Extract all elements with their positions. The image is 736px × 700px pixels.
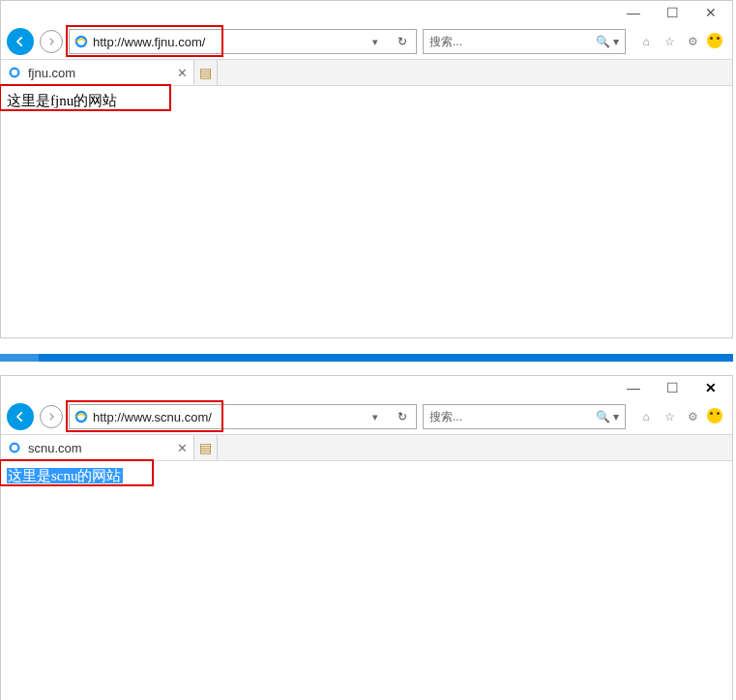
back-button[interactable]: [7, 28, 34, 55]
right-icons: ⌂ ☆ ⚙: [637, 408, 722, 425]
arrow-right-icon: [46, 412, 56, 422]
page-text: 这里是fjnu的网站: [7, 93, 117, 108]
svg-point-1: [11, 69, 19, 77]
page-content: 这里是fjnu的网站: [1, 86, 732, 116]
feedback-icon[interactable]: [707, 408, 722, 423]
address-text[interactable]: http://www.scnu.com/: [93, 410, 358, 424]
page-content: 这里是scnu的网站: [1, 461, 732, 491]
minimize-button[interactable]: —: [624, 378, 643, 397]
right-icons: ⌂ ☆ ⚙: [637, 33, 722, 50]
tab-scnu[interactable]: scnu.com ✕: [1, 435, 194, 460]
address-dropdown[interactable]: ▾: [362, 411, 389, 423]
home-icon[interactable]: ⌂: [637, 33, 655, 50]
ie-icon: [7, 65, 22, 80]
close-button[interactable]: ✕: [701, 3, 721, 22]
address-bar[interactable]: http://www.fjnu.com/ ▾ ↻: [69, 29, 417, 54]
search-icon[interactable]: 🔍: [596, 35, 610, 48]
toolbar: http://www.fjnu.com/ ▾ ↻ 搜索... 🔍 ▾ ⌂ ☆ ⚙: [1, 24, 732, 59]
search-drop-icon[interactable]: ▾: [613, 35, 619, 48]
tab-close-button[interactable]: ✕: [177, 66, 188, 80]
browser-window-2: — ☐ ✕ http://www.scnu.com/ ▾ ↻ 搜索... 🔍 ▾: [0, 375, 733, 700]
ie-icon: [74, 34, 89, 49]
ie-icon: [7, 440, 22, 455]
close-button[interactable]: ✕: [701, 378, 721, 397]
refresh-button[interactable]: ↻: [393, 410, 412, 423]
ie-icon: [74, 409, 89, 424]
address-bar[interactable]: http://www.scnu.com/ ▾ ↻: [69, 404, 417, 429]
settings-icon[interactable]: ⚙: [684, 33, 701, 50]
home-icon[interactable]: ⌂: [637, 408, 655, 425]
favorites-icon[interactable]: ☆: [661, 408, 678, 425]
taskbar-strip: [0, 354, 733, 362]
address-text[interactable]: http://www.fjnu.com/: [93, 35, 358, 49]
tab-title: scnu.com: [28, 441, 82, 455]
tab-title: fjnu.com: [28, 66, 75, 80]
arrow-left-icon: [14, 410, 27, 423]
svg-point-0: [76, 37, 86, 46]
search-bar[interactable]: 搜索... 🔍 ▾: [423, 29, 626, 54]
forward-button[interactable]: [40, 30, 63, 53]
search-bar[interactable]: 搜索... 🔍 ▾: [423, 404, 626, 429]
svg-point-2: [76, 412, 86, 422]
search-placeholder: 搜索...: [429, 34, 462, 50]
settings-icon[interactable]: ⚙: [684, 408, 701, 425]
minimize-button[interactable]: —: [624, 3, 643, 22]
maximize-button[interactable]: ☐: [662, 378, 682, 397]
search-controls: 🔍 ▾: [596, 410, 619, 423]
search-icon[interactable]: 🔍: [596, 410, 610, 423]
tab-fjnu[interactable]: fjnu.com ✕: [1, 60, 194, 85]
address-dropdown[interactable]: ▾: [362, 36, 389, 48]
favorites-icon[interactable]: ☆: [661, 33, 678, 50]
arrow-right-icon: [46, 37, 56, 46]
forward-button[interactable]: [40, 405, 63, 428]
toolbar: http://www.scnu.com/ ▾ ↻ 搜索... 🔍 ▾ ⌂ ☆ ⚙: [1, 399, 732, 434]
tab-close-button[interactable]: ✕: [177, 441, 188, 455]
maximize-button[interactable]: ☐: [662, 3, 682, 22]
new-tab-button[interactable]: ▤: [194, 60, 218, 85]
refresh-button[interactable]: ↻: [393, 35, 412, 48]
tabstrip: scnu.com ✕ ▤: [1, 434, 732, 461]
tabstrip: fjnu.com ✕ ▤: [1, 59, 732, 86]
feedback-icon[interactable]: [707, 33, 722, 48]
svg-point-3: [11, 444, 19, 452]
browser-window-1: — ☐ ✕ http://www.fjnu.com/ ▾ ↻ 搜索... 🔍 ▾: [0, 0, 733, 338]
search-controls: 🔍 ▾: [596, 35, 619, 48]
address-bar-wrap: http://www.fjnu.com/ ▾ ↻: [69, 29, 417, 54]
titlebar: — ☐ ✕: [1, 376, 732, 399]
titlebar: — ☐ ✕: [1, 1, 732, 24]
search-placeholder: 搜索...: [429, 409, 462, 425]
page-text: 这里是scnu的网站: [7, 468, 123, 483]
address-bar-wrap: http://www.scnu.com/ ▾ ↻: [69, 404, 417, 429]
search-drop-icon[interactable]: ▾: [613, 410, 619, 423]
arrow-left-icon: [14, 35, 27, 48]
back-button[interactable]: [7, 403, 34, 430]
new-tab-button[interactable]: ▤: [194, 435, 218, 460]
